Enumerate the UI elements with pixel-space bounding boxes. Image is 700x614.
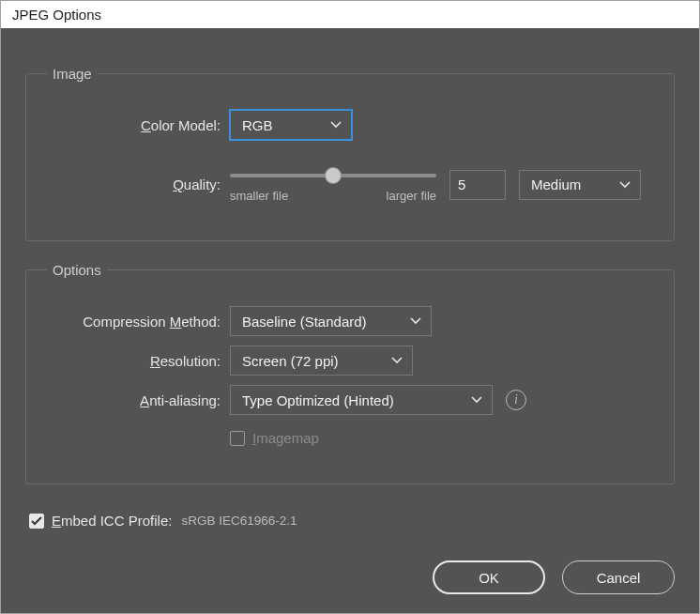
embed-icc-checkbox[interactable] — [29, 514, 44, 529]
color-model-value: RGB — [242, 117, 273, 133]
info-icon[interactable]: i — [506, 390, 526, 410]
options-group: Options Compression Method: Baseline (St… — [25, 262, 675, 484]
quality-row: Quality: smaller file larger file — [47, 166, 653, 203]
cancel-button[interactable]: Cancel — [562, 560, 675, 594]
embed-icc-row: Embed ICC Profile: sRGB IEC61966-2.1 — [29, 513, 675, 529]
color-model-select[interactable]: RGB — [230, 110, 352, 140]
quality-min-label: smaller file — [230, 189, 288, 203]
quality-label: Quality: — [47, 177, 230, 192]
color-model-row: Color Model: RGB — [47, 110, 653, 140]
antialias-select[interactable]: Type Optimized (Hinted) — [230, 385, 493, 415]
antialias-row: Anti-aliasing: Type Optimized (Hinted) i — [47, 385, 653, 415]
embed-icc-label: Embed ICC Profile: — [52, 513, 172, 529]
quality-preset-select[interactable]: Medium — [519, 170, 641, 200]
antialias-value: Type Optimized (Hinted) — [242, 392, 394, 408]
resolution-select[interactable]: Screen (72 ppi) — [230, 345, 413, 376]
imagemap-checkbox — [230, 431, 245, 446]
button-row: OK Cancel — [25, 560, 675, 594]
window-title: JPEG Options — [12, 7, 101, 23]
compression-label: Compression Method: — [47, 314, 230, 330]
chevron-down-icon — [410, 317, 421, 325]
chevron-down-icon — [471, 396, 482, 404]
quality-slider-wrap: smaller file larger file — [230, 166, 436, 203]
quality-slider[interactable] — [230, 166, 436, 185]
quality-max-label: larger file — [387, 189, 436, 203]
jpeg-options-dialog: JPEG Options Image Color Model: RGB — [0, 0, 700, 614]
quality-input[interactable] — [449, 170, 506, 200]
resolution-row: Resolution: Screen (72 ppi) — [47, 345, 653, 376]
image-group-legend: Image — [47, 66, 98, 82]
titlebar: JPEG Options — [1, 1, 699, 28]
chevron-down-icon — [330, 121, 342, 129]
ok-button[interactable]: OK — [433, 560, 545, 594]
color-model-label: Color Model: — [47, 117, 230, 133]
quality-slider-labels: smaller file larger file — [230, 189, 436, 203]
embed-icc-profile: sRGB IEC61966-2.1 — [181, 514, 297, 528]
antialias-label: Anti-aliasing: — [47, 392, 230, 408]
image-group: Image Color Model: RGB Quality: — [25, 66, 675, 241]
quality-preset-value: Medium — [531, 177, 581, 192]
compression-row: Compression Method: Baseline (Standard) — [47, 306, 653, 336]
dialog-body: Image Color Model: RGB Quality: — [1, 28, 699, 613]
chevron-down-icon — [391, 357, 403, 364]
compression-value: Baseline (Standard) — [242, 314, 367, 330]
imagemap-label: Imagemap — [252, 430, 319, 446]
resolution-value: Screen (72 ppi) — [242, 353, 339, 369]
options-group-legend: Options — [47, 262, 107, 278]
chevron-down-icon — [619, 181, 631, 189]
imagemap-row: Imagemap — [47, 430, 653, 446]
compression-select[interactable]: Baseline (Standard) — [230, 306, 432, 336]
resolution-label: Resolution: — [47, 353, 230, 369]
